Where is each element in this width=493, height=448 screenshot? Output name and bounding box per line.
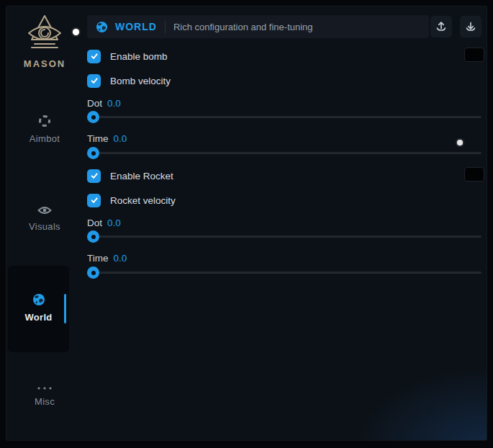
rocket-velocity-checkbox[interactable] <box>87 194 101 207</box>
bomb-color-swatch[interactable] <box>464 48 484 62</box>
enable-bomb-checkbox[interactable] <box>87 50 101 63</box>
sidebar-item-label: Misc <box>35 396 55 407</box>
upload-icon <box>435 21 447 32</box>
globe-icon <box>32 293 45 306</box>
slider-value: 0.0 <box>107 218 121 228</box>
check-icon <box>90 52 99 61</box>
rocket-color-swatch[interactable] <box>464 167 484 182</box>
download-icon <box>465 21 476 32</box>
check-icon <box>90 76 99 85</box>
slider-value: 0.0 <box>107 98 121 109</box>
brand-logo: MASON <box>6 14 83 69</box>
sidebar-item-visuals[interactable]: Visuals <box>6 205 83 233</box>
checkbox-label: Bomb velocity <box>110 76 171 86</box>
slider-handle[interactable] <box>87 266 99 279</box>
page-subtitle: Rich configuration and fine-tuning <box>173 22 313 32</box>
slider-handle[interactable] <box>87 111 99 123</box>
enable-rocket-checkbox[interactable] <box>87 169 101 183</box>
ellipsis-icon <box>37 386 53 390</box>
app-window: MASON Aimbot Visuals Wo <box>6 6 487 441</box>
check-icon <box>90 196 99 205</box>
brand-name: MASON <box>6 58 83 69</box>
checkbox-label: Enable Rocket <box>110 171 173 182</box>
checkbox-label: Rocket velocity <box>110 195 176 206</box>
slider-value: 0.0 <box>114 133 127 144</box>
slider-value: 0.0 <box>114 253 127 264</box>
enable-rocket-row: Enable Rocket <box>87 169 481 183</box>
download-config-button[interactable] <box>460 16 481 37</box>
slider-handle[interactable] <box>87 147 99 159</box>
slider-track[interactable] <box>87 152 481 154</box>
eye-icon <box>37 205 52 215</box>
cursor-dot <box>73 29 79 35</box>
dot-slider-2[interactable] <box>87 230 481 243</box>
sidebar-item-misc[interactable]: Misc <box>6 386 83 408</box>
rocket-velocity-row: Rocket velocity <box>87 193 481 207</box>
sidebar-item-aimbot[interactable]: Aimbot <box>6 115 83 145</box>
slider-name: Dot <box>87 218 102 228</box>
slider-name: Time <box>87 253 109 264</box>
crosshair-icon <box>38 115 51 127</box>
header-divider <box>165 21 166 33</box>
page-header: WORLD Rich configuration and fine-tuning <box>87 15 429 38</box>
sidebar-item-label: World <box>24 312 52 323</box>
time-slider[interactable] <box>87 147 481 159</box>
slider-track[interactable] <box>87 272 481 274</box>
slider-handle[interactable] <box>87 230 99 243</box>
active-tab-indicator <box>64 294 66 323</box>
page-title: WORLD <box>115 21 157 32</box>
all-seeing-eye-pyramid-icon <box>25 14 64 55</box>
enable-bomb-row: Enable bomb <box>87 49 481 63</box>
dot-slider[interactable] <box>87 111 481 123</box>
sidebar-item-label: Visuals <box>29 221 60 232</box>
time-slider-2[interactable] <box>87 266 481 279</box>
sidebar: MASON Aimbot Visuals Wo <box>6 6 83 440</box>
bomb-velocity-row: Bomb velocity <box>87 73 481 88</box>
globe-icon <box>96 21 108 33</box>
upload-config-button[interactable] <box>430 16 452 37</box>
bomb-velocity-checkbox[interactable] <box>87 74 101 88</box>
slider-track[interactable] <box>87 236 481 238</box>
sidebar-item-world[interactable]: World <box>8 266 69 352</box>
time-slider-label: Time 0.0 <box>87 252 127 264</box>
cursor-dot <box>457 140 463 145</box>
checkbox-label: Enable bomb <box>110 51 168 62</box>
slider-name: Time <box>87 133 109 144</box>
sidebar-item-label: Aimbot <box>30 133 60 144</box>
dot-slider-label: Dot 0.0 <box>87 97 121 109</box>
check-icon <box>90 171 99 180</box>
dot-slider-label: Dot 0.0 <box>87 217 121 228</box>
time-slider-label: Time 0.0 <box>87 133 127 144</box>
slider-name: Dot <box>87 98 102 109</box>
slider-track[interactable] <box>87 116 481 118</box>
